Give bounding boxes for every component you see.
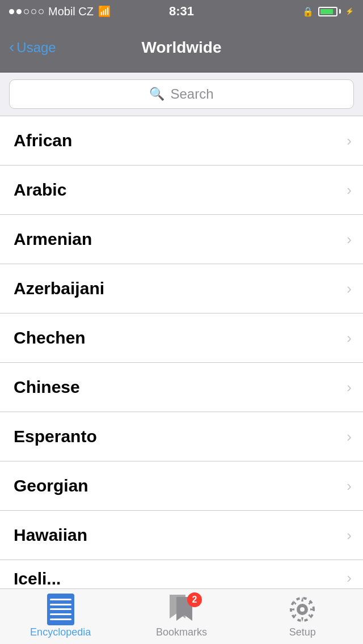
wifi-icon: 📶 [98,5,111,18]
status-bar: Mobil CZ 📶 8:31 🔒 ⚡ [0,0,363,23]
list-item[interactable]: Armenian › [0,215,363,264]
list-item-label: Arabic [14,180,66,200]
chevron-right-icon: › [347,527,352,544]
signal-dot-5 [39,9,44,14]
list-item[interactable]: African › [0,116,363,166]
tab-setup-label: Setup [289,626,316,638]
battery-tip [339,9,341,14]
list-item[interactable]: Georgian › [0,461,363,511]
svg-point-5 [300,607,305,612]
chevron-right-icon: › [347,428,352,446]
list-item-label-partial: Iceli... [14,569,61,588]
status-time: 8:31 [169,4,194,19]
chevron-right-icon: › [347,280,352,298]
chevron-right-icon: › [347,329,352,347]
search-placeholder: Search [170,86,213,102]
back-label: Usage [16,40,56,56]
list-item-label: Armenian [14,230,92,249]
list-container: African › Arabic › Armenian › Azerbaijan… [0,116,363,588]
list-item-label: Esperanto [14,427,97,446]
enc-line [50,599,71,600]
enc-line [50,608,71,610]
list-item-label: Hawaiian [14,526,87,545]
tab-bookmarks-label: Bookmarks [156,626,207,638]
charging-icon: ⚡ [345,7,354,15]
search-icon: 🔍 [149,87,164,101]
list-item-partial[interactable]: Iceli... › [0,560,363,588]
signal-dot-3 [24,9,29,14]
tab-bar: Encyclopedia 2 Bookmarks [0,588,363,644]
chevron-right-icon: › [347,231,352,248]
tab-bookmarks[interactable]: 2 Bookmarks [130,595,233,638]
signal-dot-4 [31,9,36,14]
gear-icon [289,596,316,623]
list-item[interactable]: Chechen › [0,313,363,363]
chevron-right-icon: › [347,132,352,150]
enc-line [50,604,71,605]
battery-body [318,7,337,16]
nav-bar: ‹ Usage Worldwide [0,23,363,73]
signal-strength [9,9,44,14]
encyclopedia-icon-wrap [46,595,75,624]
chevron-right-icon: › [347,181,352,199]
list-item[interactable]: Chinese › [0,363,363,412]
chevron-right-icon: › [347,477,352,495]
list-item-label: Chinese [14,378,80,397]
status-left: Mobil CZ 📶 [9,5,111,18]
list-item[interactable]: Hawaiian › [0,511,363,560]
tab-setup[interactable]: Setup [251,595,353,638]
nav-title: Worldwide [141,39,221,57]
status-right: 🔒 ⚡ [302,6,354,17]
list-item-label: Azerbaijani [14,279,104,298]
tab-encyclopedia[interactable]: Encyclopedia [10,595,112,638]
bookmarks-icon-wrap: 2 [167,595,196,624]
bookmarks-badge: 2 [187,592,202,607]
encyclopedia-icon [47,594,74,625]
list-item-label: Chechen [14,328,86,348]
signal-dot-1 [9,9,14,14]
list-item[interactable]: Esperanto › [0,412,363,461]
chevron-right-icon: › [347,569,352,587]
chevron-right-icon: › [347,379,352,396]
list-item-label: Georgian [14,476,88,495]
battery-indicator [318,7,341,16]
search-container: 🔍 Search [0,73,363,116]
tab-encyclopedia-label: Encyclopedia [30,626,91,638]
list-item[interactable]: Azerbaijani › [0,264,363,313]
enc-line [50,613,71,615]
search-box[interactable]: 🔍 Search [9,79,354,109]
list-item[interactable]: Arabic › [0,166,363,215]
main-content: 🔍 Search African › Arabic › Armenian › A… [0,73,363,588]
lock-icon: 🔒 [302,6,314,17]
signal-dot-2 [16,9,22,14]
enc-line [50,618,71,620]
back-chevron-icon: ‹ [9,39,14,55]
battery-fill [320,9,333,14]
setup-icon-wrap [288,595,317,624]
back-button[interactable]: ‹ Usage [9,40,56,56]
carrier-label: Mobil CZ [48,5,94,18]
list-item-label: African [14,131,72,150]
